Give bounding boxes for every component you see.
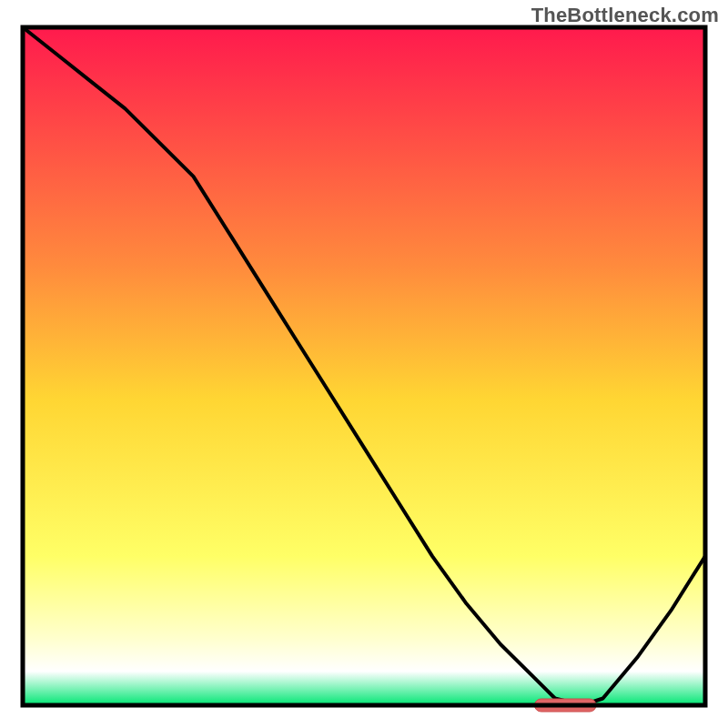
watermark-text: TheBottleneck.com: [531, 4, 719, 27]
plot-area: [23, 27, 705, 712]
gradient-background: [23, 27, 705, 705]
bottleneck-chart: [0, 0, 728, 728]
chart-container: { "watermark": "TheBottleneck.com", "col…: [0, 0, 728, 728]
